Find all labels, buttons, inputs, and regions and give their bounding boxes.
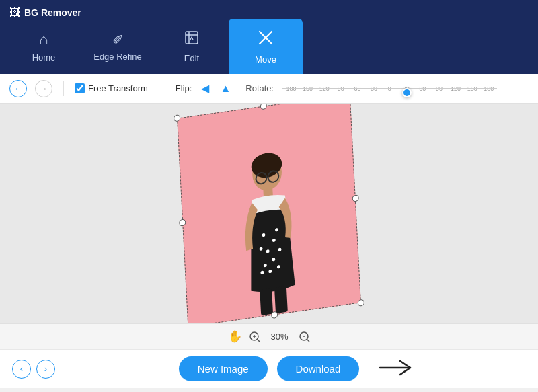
person-figure — [229, 148, 311, 320]
svg-rect-21 — [274, 286, 288, 313]
undo-button[interactable]: ← — [9, 80, 27, 97]
tab-move-label: Move — [255, 54, 276, 65]
free-transform-text: Free Transform — [88, 83, 148, 93]
zoom-percent: 30% — [268, 331, 292, 342]
tab-home-label: Home — [32, 52, 56, 63]
flip-vertical-button[interactable]: ▲ — [219, 81, 232, 96]
nav-tabs: ⌂ Home ✐ Edge Refine Edit — [7, 0, 531, 74]
svg-line-28 — [307, 339, 309, 342]
app-logo: 🖼 BG Remover — [9, 7, 81, 19]
download-button[interactable]: Download — [277, 356, 360, 381]
download-arrow — [377, 356, 424, 383]
header: 🖼 BG Remover ⌂ Home ✐ Edge Refine Edit — [0, 0, 538, 74]
flip-label: Flip: — [176, 83, 192, 93]
zoom-out-button[interactable] — [299, 331, 311, 343]
toolbar-divider-1 — [63, 81, 64, 96]
toolbar: ← → Free Transform Flip: ◀ ▲ Rotate: -18… — [0, 74, 538, 104]
redo-button[interactable]: → — [35, 80, 52, 97]
handle-middle-bottom[interactable] — [271, 311, 278, 318]
new-image-button[interactable]: New Image — [179, 356, 268, 381]
tab-edit-label: Edit — [184, 53, 199, 63]
tab-home[interactable]: ⌂ Home — [7, 19, 81, 74]
transform-container[interactable] — [177, 104, 361, 323]
edge-refine-icon: ✐ — [112, 32, 124, 48]
handle-middle-right[interactable] — [352, 194, 359, 202]
bottom-bar: ‹ › New Image Download — [0, 349, 538, 388]
next-page-button[interactable]: › — [36, 360, 55, 379]
canvas-area — [0, 104, 538, 323]
rotate-label: Rotate: — [245, 83, 274, 93]
app-logo-icon: 🖼 — [9, 7, 20, 19]
free-transform-label[interactable]: Free Transform — [75, 83, 148, 93]
toolbar-divider-2 — [159, 81, 159, 96]
flip-horizontal-button[interactable]: ◀ — [200, 81, 210, 96]
handle-bottom-right[interactable] — [358, 299, 364, 306]
svg-line-25 — [257, 339, 260, 342]
tab-edge-refine-label: Edge Refine — [93, 52, 142, 62]
app-title: BG Remover — [24, 7, 81, 18]
svg-rect-20 — [260, 288, 273, 315]
image-canvas — [177, 104, 361, 323]
rotate-slider[interactable] — [282, 88, 497, 89]
zoom-in-button[interactable] — [249, 331, 261, 343]
zoom-bar: ✋ 30% — [0, 323, 538, 349]
rotate-slider-wrapper: -180 -150 -120 -90 -60 -30 0 30 60 90 12… — [282, 81, 497, 97]
page-nav: ‹ › — [12, 360, 55, 379]
edit-icon — [184, 30, 199, 49]
hand-tool-icon[interactable]: ✋ — [228, 329, 242, 344]
tab-move[interactable]: Move — [229, 19, 303, 74]
free-transform-checkbox[interactable] — [75, 83, 85, 93]
move-icon — [257, 29, 274, 50]
tab-edit[interactable]: Edit — [155, 19, 229, 74]
tab-edge-refine[interactable]: ✐ Edge Refine — [81, 19, 155, 74]
home-icon: ⌂ — [39, 31, 48, 48]
prev-page-button[interactable]: ‹ — [12, 360, 31, 379]
